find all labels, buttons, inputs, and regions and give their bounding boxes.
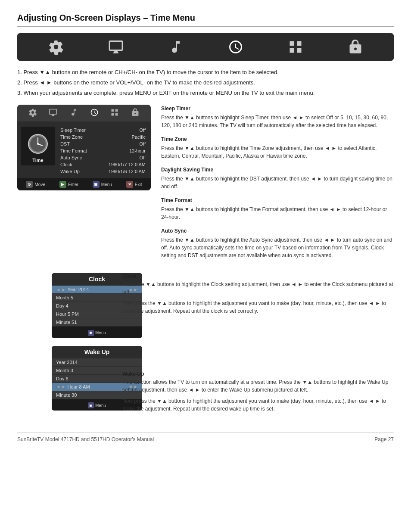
exit-icon: ✕: [126, 181, 133, 188]
top-icon-settings: [48, 39, 64, 55]
top-icon-lock: [348, 39, 363, 55]
tv-icon-lock: [131, 108, 140, 118]
section-time-zone-text: Press the ▼▲ buttons to highlight the Ti…: [161, 144, 394, 160]
tv-footer: ⊙ Move ▶ Enter ▣ Menu ✕ Exit: [17, 178, 151, 190]
submenu-right-text: Clock Press the ▼▲ buttons to highlight …: [122, 273, 394, 420]
tv-footer-menu: ▣ Menu: [93, 181, 112, 188]
tv-footer-enter: ▶ Enter: [59, 181, 78, 188]
wakeup-menu-icon: ▣: [88, 402, 94, 408]
menu-icon: ▣: [93, 181, 100, 188]
section-clock-text2: Now press the ▼▲ buttons to highlight th…: [122, 299, 394, 315]
tv-icon-time: [90, 108, 99, 118]
tv-icon-settings: [28, 108, 37, 118]
tv-icon-audio: [69, 108, 78, 118]
tv-menu-list: Sleep Timer Off Time Zone Pacific DST Of…: [59, 127, 147, 175]
tv-icon-bar: [17, 105, 151, 121]
section-sleep-timer: Sleep Timer Press the ▼▲ buttons to high…: [161, 105, 394, 129]
tv-menu-item-clock: Clock 1980/1/7 12:0 AM: [59, 161, 147, 168]
top-icon-channel: [288, 39, 303, 55]
section-clock: Clock Press the ▼▲ buttons to highlight …: [122, 273, 394, 315]
tv-panel-body: Time Sleep Timer Off Time Zone Pacific D…: [17, 121, 151, 178]
section-dst-text: Press the ▼▲ buttons to highlight the DS…: [161, 175, 394, 190]
submenu-area: Clock ◄ ► Year 2014 ◄ ► Month 5 Day 4 Ho…: [17, 273, 394, 420]
tv-footer-exit: ✕ Exit: [126, 181, 142, 188]
section-time-format: Time Format Press the ▼▲ buttons to high…: [161, 196, 394, 221]
top-icon-bar: [17, 33, 394, 61]
clock-menu-btn: ▣ Menu: [88, 330, 106, 336]
section-wakeup-heading: Wake Up: [122, 371, 394, 377]
section-wakeup: Wake Up This function allows the TV to t…: [122, 371, 394, 413]
instructions-block: 1. Press ▼▲ buttons on the remote or CH+…: [17, 68, 394, 98]
section-clock-heading: Clock: [122, 273, 394, 279]
instruction-2: 2. Press ◄ ► buttons on the remote or VO…: [17, 78, 394, 87]
page-footer: SunBriteTV Model 4717HD and 5517HD Opera…: [17, 432, 394, 442]
instruction-3: 3. When your adjustments are complete, p…: [17, 88, 394, 98]
section-time-format-heading: Time Format: [161, 196, 394, 204]
tv-panel: Time Sleep Timer Off Time Zone Pacific D…: [17, 105, 151, 190]
section-auto-sync-text: Press the ▼▲ buttons to highlight the Au…: [161, 236, 394, 259]
section-auto-sync-heading: Auto Sync: [161, 227, 394, 235]
right-instructions: Sleep Timer Press the ▼▲ buttons to high…: [161, 105, 394, 265]
tv-footer-move: ⊙ Move: [26, 181, 45, 188]
submenu-panels: Clock ◄ ► Year 2014 ◄ ► Month 5 Day 4 Ho…: [17, 273, 112, 420]
svg-point-4: [37, 143, 39, 145]
tv-menu-item-timezone: Time Zone Pacific: [59, 134, 147, 140]
tv-menu-item-dst: DST Off: [59, 140, 147, 147]
footer-right: Page 27: [374, 436, 394, 442]
clock-menu-icon: ▣: [88, 330, 94, 336]
top-icon-time: [228, 39, 243, 55]
main-content: Time Sleep Timer Off Time Zone Pacific D…: [17, 105, 394, 265]
tv-clock-label: Time: [32, 158, 43, 163]
instruction-1: 1. Press ▼▲ buttons on the remote or CH+…: [17, 68, 394, 77]
footer-left: SunBriteTV Model 4717HD and 5517HD Opera…: [17, 436, 154, 442]
tv-clock-image: Time: [21, 127, 55, 165]
top-icon-display: [108, 39, 124, 55]
wakeup-menu-btn: ▣ Menu: [88, 402, 106, 408]
top-icon-audio: [168, 39, 184, 55]
section-time-zone-heading: Time Zone: [161, 135, 394, 143]
tv-menu-item-sleep: Sleep Timer Off: [59, 127, 147, 134]
section-wakeup-text1: This function allows the TV to turn on a…: [122, 378, 394, 394]
section-clock-text1: Press the ▼▲ buttons to highlight the Cl…: [122, 280, 394, 296]
section-time-zone: Time Zone Press the ▼▲ buttons to highli…: [161, 135, 394, 160]
section-wakeup-text2: Now press the ▼▲ buttons to highlight th…: [122, 397, 394, 413]
tv-icon-display: [49, 108, 57, 118]
section-sleep-timer-heading: Sleep Timer: [161, 105, 394, 112]
enter-icon: ▶: [59, 181, 66, 188]
move-icon: ⊙: [26, 181, 33, 188]
section-auto-sync: Auto Sync Press the ▼▲ buttons to highli…: [161, 227, 394, 259]
page-title: Adjusting On-Screen Displays – Time Menu: [17, 13, 394, 23]
section-dst-heading: Daylight Saving Time: [161, 166, 394, 174]
section-time-format-text: Press the ▼▲ buttons to highlight the Ti…: [161, 205, 394, 221]
tv-menu-item-timeformat: Time Format 12-hour: [59, 147, 147, 154]
tv-menu-item-autosync: Auto Sync Off: [59, 154, 147, 161]
section-sleep-timer-text: Press the ▼▲ buttons to highlight Sleep …: [161, 114, 394, 129]
section-dst: Daylight Saving Time Press the ▼▲ button…: [161, 166, 394, 190]
tv-menu-item-wakeup: Wake Up 1980/1/6 12:0 AM: [59, 168, 147, 175]
tv-icon-channel: [110, 108, 119, 118]
